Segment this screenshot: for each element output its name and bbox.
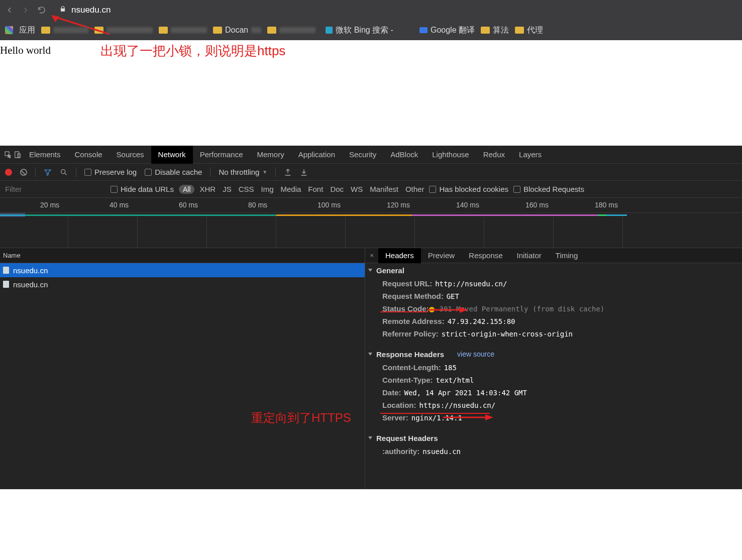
filter-type-js[interactable]: JS (223, 185, 232, 193)
disable-cache-checkbox[interactable]: Disable cache (145, 168, 202, 176)
apps-icon[interactable] (5, 26, 13, 34)
timeline-label: 140 ms (456, 201, 479, 209)
browser-chrome: nsuedu.cn 应用 Docan 微软 Bing 搜索 - Google 翻… (0, 0, 742, 40)
bookmark-item[interactable]: 算法 (481, 25, 509, 36)
filter-type-other[interactable]: Other (405, 185, 425, 193)
bookmark-item[interactable]: 代理 (515, 25, 543, 36)
overview-segment (25, 214, 276, 216)
tab-performance[interactable]: Performance (193, 146, 250, 164)
back-button[interactable] (5, 6, 14, 15)
filter-all[interactable]: All (179, 185, 195, 194)
tab-layers[interactable]: Layers (512, 146, 549, 164)
header-row: Remote Address:47.93.242.155:80 (365, 315, 742, 327)
tab-lighthouse[interactable]: Lighthouse (425, 146, 476, 164)
reload-button[interactable] (37, 6, 46, 15)
tab-network[interactable]: Network (151, 146, 193, 164)
header-row: :authority:nsuedu.cn (365, 445, 742, 458)
close-detail-button[interactable]: × (365, 252, 378, 259)
search-icon[interactable] (60, 168, 68, 176)
filter-type-doc[interactable]: Doc (330, 185, 344, 193)
bookmark-item[interactable]: Google 翻译 (419, 25, 475, 36)
section-header[interactable]: Response Headersview source (365, 347, 742, 361)
timeline-label: 180 ms (595, 201, 618, 209)
filter-bar: Hide data URLs All XHRJSCSSImgMediaFontD… (0, 181, 742, 198)
waterfall-area[interactable] (0, 217, 742, 248)
timeline-label: 60 ms (179, 201, 198, 209)
devtools-tabs: ElementsConsoleSourcesNetworkPerformance… (0, 146, 742, 164)
request-row[interactable]: nsuedu.cn (0, 263, 365, 277)
request-row[interactable]: nsuedu.cn (0, 277, 365, 291)
bookmark-item[interactable] (41, 27, 88, 34)
header-row: Status Code:301 Moved Permanently (from … (365, 302, 742, 315)
timeline-label: 160 ms (525, 201, 549, 209)
header-row: Server:nginx/1.14.1 (365, 411, 742, 424)
device-icon[interactable] (14, 151, 22, 159)
hide-data-urls-checkbox[interactable]: Hide data URLs (111, 185, 174, 193)
view-source-link[interactable]: view source (457, 350, 494, 358)
preserve-log-checkbox[interactable]: Preserve log (84, 168, 137, 176)
network-toolbar: Preserve log Disable cache No throttling… (0, 164, 742, 181)
filter-input[interactable] (5, 185, 105, 193)
filter-type-css[interactable]: CSS (239, 185, 254, 193)
blocked-requests-checkbox[interactable]: Blocked Requests (513, 185, 584, 193)
tab-adblock[interactable]: AdBlock (383, 146, 425, 164)
url-text: nsuedu.cn (71, 5, 111, 15)
timeline-label: 100 ms (317, 201, 341, 209)
detail-tab-initiator[interactable]: Initiator (510, 248, 549, 263)
timeline-ruler[interactable]: 20 ms40 ms60 ms80 ms100 ms120 ms140 ms16… (0, 198, 742, 213)
bookmark-item[interactable] (267, 27, 315, 34)
blocked-cookies-checkbox[interactable]: Has blocked cookies (429, 185, 508, 193)
clear-button[interactable] (19, 167, 29, 177)
apps-label[interactable]: 应用 (19, 25, 35, 36)
timeline-overview[interactable] (0, 213, 742, 217)
tab-console[interactable]: Console (68, 146, 110, 164)
tab-memory[interactable]: Memory (250, 146, 291, 164)
timeline-label: 120 ms (387, 201, 410, 209)
bookmark-item[interactable] (94, 27, 153, 34)
tab-elements[interactable]: Elements (22, 146, 68, 164)
record-button[interactable] (5, 169, 12, 176)
download-har-icon[interactable] (300, 168, 308, 176)
svg-point-3 (61, 169, 65, 173)
request-name: nsuedu.cn (13, 266, 48, 275)
detail-tab-timing[interactable]: Timing (549, 248, 585, 263)
lock-icon (59, 5, 66, 15)
filter-type-ws[interactable]: WS (351, 185, 363, 193)
section-header[interactable]: General (365, 263, 742, 277)
bookmark-item[interactable]: Docan (213, 26, 261, 35)
detail-tab-headers[interactable]: Headers (378, 248, 421, 263)
timeline-label: 80 ms (248, 201, 267, 209)
detail-tab-preview[interactable]: Preview (421, 248, 462, 263)
address-bar[interactable]: nsuedu.cn (59, 5, 111, 15)
upload-har-icon[interactable] (284, 168, 292, 176)
tab-redux[interactable]: Redux (476, 146, 512, 164)
tab-application[interactable]: Application (291, 146, 342, 164)
overview-segment (607, 214, 627, 216)
filter-type-media[interactable]: Media (281, 185, 301, 193)
document-icon (3, 267, 9, 274)
filter-type-img[interactable]: Img (261, 185, 273, 193)
tab-sources[interactable]: Sources (110, 146, 151, 164)
inspect-icon[interactable] (4, 151, 12, 159)
timeline-label: 20 ms (40, 201, 59, 209)
header-row: Referrer Policy:strict-origin-when-cross… (365, 327, 742, 340)
detail-tab-response[interactable]: Response (462, 248, 510, 263)
throttling-select[interactable]: No throttling▼ (219, 168, 267, 176)
annotation-lock-text: 出现了一把小锁，则说明是https (100, 42, 285, 60)
request-detail: × HeadersPreviewResponseInitiatorTiming … (365, 248, 742, 489)
header-row: Location:https://nsuedu.cn/ (365, 399, 742, 411)
filter-type-xhr[interactable]: XHR (199, 185, 216, 193)
bookmark-item[interactable] (159, 27, 207, 34)
column-header-name[interactable]: Name (0, 248, 365, 263)
document-icon (3, 281, 9, 288)
tab-security[interactable]: Security (342, 146, 383, 164)
overview-segment (0, 214, 25, 216)
forward-button[interactable] (21, 6, 30, 15)
filter-type-font[interactable]: Font (308, 185, 323, 193)
section-header[interactable]: Request Headers (365, 431, 742, 445)
overview-segment (598, 214, 607, 216)
detail-tabs: × HeadersPreviewResponseInitiatorTiming (365, 248, 742, 263)
filter-type-manifest[interactable]: Manifest (370, 185, 398, 193)
filter-icon[interactable] (44, 168, 52, 176)
bookmark-item[interactable]: 微软 Bing 搜索 - (326, 25, 393, 36)
